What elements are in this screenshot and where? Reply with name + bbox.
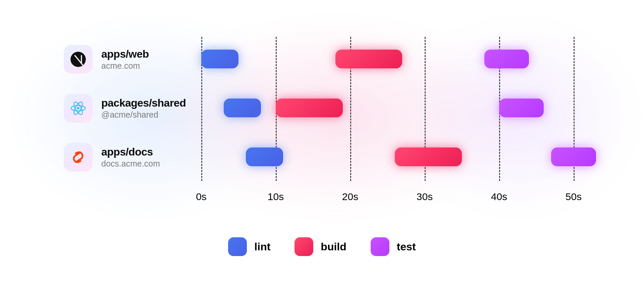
nextjs-icon-svg bbox=[69, 51, 87, 68]
project-row-web: apps/web acme.com bbox=[64, 45, 149, 74]
project-text: apps/web acme.com bbox=[101, 48, 149, 71]
nextjs-icon bbox=[64, 45, 93, 74]
gantt-bar-build bbox=[276, 99, 343, 117]
project-row-docs: apps/docs docs.acme.com bbox=[64, 143, 160, 172]
project-subtitle: docs.acme.com bbox=[101, 159, 160, 169]
legend-label: lint bbox=[254, 241, 270, 253]
project-title: apps/web bbox=[101, 48, 149, 60]
gantt-bar-lint bbox=[224, 99, 261, 117]
project-title: apps/docs bbox=[101, 146, 160, 158]
legend: lint build test bbox=[0, 237, 644, 256]
x-tick-label: 0s bbox=[196, 191, 207, 202]
legend-item-lint: lint bbox=[228, 237, 270, 256]
legend-swatch-build bbox=[294, 237, 313, 256]
legend-item-build: build bbox=[294, 237, 346, 256]
x-tick-label: 40s bbox=[491, 191, 507, 202]
legend-swatch-test bbox=[371, 237, 389, 256]
gantt-bar-build bbox=[395, 147, 462, 166]
legend-swatch-lint bbox=[228, 237, 247, 256]
svg-point-4 bbox=[77, 107, 79, 109]
project-text: apps/docs docs.acme.com bbox=[101, 146, 160, 169]
legend-label: test bbox=[397, 241, 416, 253]
legend-label: build bbox=[321, 241, 346, 253]
gantt-bar-test bbox=[484, 50, 529, 68]
react-icon-svg bbox=[69, 100, 87, 117]
x-tick-label: 20s bbox=[342, 191, 358, 202]
gantt-bar-test bbox=[551, 147, 596, 166]
legend-item-test: test bbox=[371, 237, 416, 256]
chart-stage: apps/web acme.com packages/shared @acme/… bbox=[0, 0, 644, 307]
react-icon bbox=[64, 94, 93, 123]
gantt-bar-lint bbox=[201, 50, 238, 68]
gantt-timeline: 0s10s20s30s40s50s bbox=[201, 37, 574, 191]
svelte-icon bbox=[64, 143, 93, 172]
project-text: packages/shared @acme/shared bbox=[101, 97, 186, 120]
gantt-bar-lint bbox=[246, 147, 283, 166]
x-tick-label: 50s bbox=[566, 191, 582, 202]
project-row-shared: packages/shared @acme/shared bbox=[64, 94, 186, 123]
svelte-icon-svg bbox=[69, 148, 87, 166]
project-subtitle: @acme/shared bbox=[101, 110, 186, 120]
x-tick-label: 10s bbox=[268, 191, 284, 202]
project-subtitle: acme.com bbox=[101, 61, 149, 71]
x-tick-label: 30s bbox=[417, 191, 433, 202]
gantt-bar-test bbox=[499, 99, 544, 117]
project-title: packages/shared bbox=[101, 97, 186, 109]
gantt-bar-build bbox=[335, 50, 402, 68]
